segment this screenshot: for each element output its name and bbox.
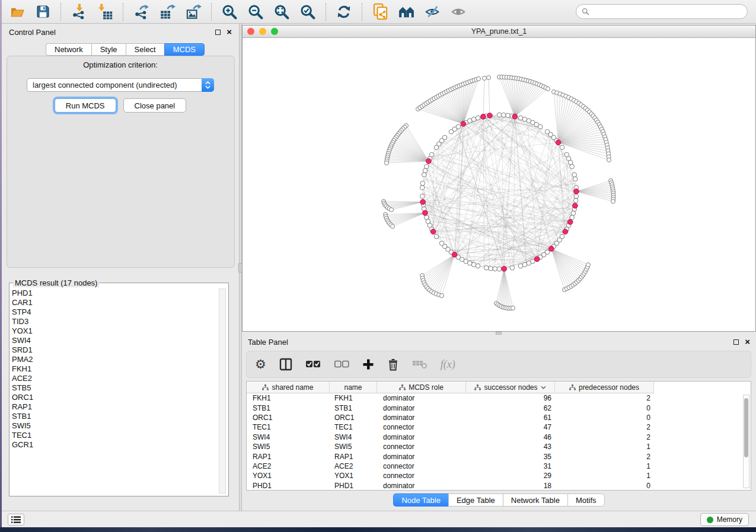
mcds-result-item[interactable]: YOX1: [12, 326, 215, 336]
table-toolbar: ⚙: [246, 351, 751, 378]
table-row[interactable]: SWI4SWI4dominator462: [247, 432, 751, 442]
mcds-result-item[interactable]: PHD1: [12, 289, 215, 298]
mcds-result-list[interactable]: PHD1CAR1STP4TID3YOX1SWI4SRD1PMA2FKH1ACE2…: [12, 289, 215, 493]
close-panel-icon[interactable]: ×: [227, 29, 232, 35]
table-cell: SWI5: [247, 443, 330, 451]
open-file-button[interactable]: [7, 3, 27, 21]
table-cell: 2: [555, 394, 654, 402]
mcds-result-item[interactable]: STB5: [12, 383, 215, 393]
refresh-button[interactable]: [334, 3, 354, 21]
float-panel-icon[interactable]: [215, 30, 221, 35]
table-settings-button[interactable]: ⚙: [255, 355, 266, 374]
table-cell: 1: [555, 443, 654, 451]
mcds-result-item[interactable]: GCR1: [12, 440, 215, 450]
node-table[interactable]: shared namenameMCDS rolesuccessor nodesp…: [246, 381, 751, 491]
mcds-result-item[interactable]: STP4: [12, 307, 215, 317]
mcds-result-item[interactable]: SRD1: [12, 345, 215, 355]
hide-selected-button[interactable]: [422, 3, 442, 21]
new-network-from-selection-button[interactable]: [370, 3, 390, 21]
table-cell: FKH1: [330, 394, 377, 402]
apply-function-button[interactable]: f(x): [441, 355, 455, 374]
mcds-result-item[interactable]: SWI5: [12, 421, 215, 431]
import-network-button[interactable]: [69, 3, 89, 21]
select-all-button[interactable]: [305, 355, 321, 374]
table-row[interactable]: YOX1YOX1connector291: [247, 471, 751, 480]
mcds-result-item[interactable]: STB1: [12, 412, 215, 421]
memory-button[interactable]: Memory: [700, 513, 749, 526]
column-header-MCDS-role[interactable]: MCDS role: [377, 382, 466, 393]
mcds-result-scrollbar[interactable]: [219, 289, 226, 493]
mcds-result-item[interactable]: TID3: [12, 317, 215, 326]
table-row[interactable]: TEC1TEC1connector472: [247, 422, 751, 432]
tab-network-table[interactable]: Network Table: [503, 493, 567, 507]
mcds-result-item[interactable]: ORC1: [12, 393, 215, 402]
list-icon: [11, 516, 21, 524]
sort-desc-icon: [541, 386, 546, 389]
table-row[interactable]: FKH1FKH1dominator962: [247, 393, 751, 403]
mcds-result-item[interactable]: TEC1: [12, 431, 215, 440]
column-header-shared-name[interactable]: shared name: [247, 382, 330, 393]
close-table-panel-icon[interactable]: ×: [745, 339, 750, 345]
table-row[interactable]: SWI5SWI5connector431: [247, 442, 751, 451]
table-scrollbar-thumb[interactable]: [744, 398, 748, 457]
show-all-button[interactable]: [448, 3, 468, 21]
close-window-icon[interactable]: [247, 28, 254, 35]
run-mcds-button[interactable]: Run MCDS: [55, 98, 116, 113]
column-header-predecessor-nodes[interactable]: predecessor nodes: [555, 382, 654, 393]
tab-select[interactable]: Select: [126, 43, 164, 56]
zoom-out-button[interactable]: [245, 3, 266, 21]
save-session-button[interactable]: [33, 3, 53, 21]
search-icon: [582, 8, 589, 15]
mcds-result-item[interactable]: RAP1: [12, 402, 215, 412]
column-header-name[interactable]: name: [330, 382, 377, 393]
network-window-titlebar[interactable]: YPA_prune.txt_1: [243, 25, 755, 38]
table-row[interactable]: STB1STB1dominator620: [247, 403, 751, 412]
zoom-in-button[interactable]: [219, 3, 240, 21]
table-row[interactable]: PHD1PHD1dominator180: [247, 481, 751, 491]
toolbar-separator: [326, 3, 326, 21]
mcds-result-item[interactable]: CAR1: [12, 298, 215, 307]
table-row[interactable]: RAP1RAP1dominator352: [247, 451, 751, 461]
export-table-button[interactable]: [157, 3, 177, 21]
close-panel-button[interactable]: Close panel: [123, 98, 187, 113]
show-columns-button[interactable]: [279, 355, 292, 374]
optimization-criterion-select[interactable]: largest connected component (undirected): [27, 78, 214, 92]
minimize-window-icon[interactable]: [259, 28, 266, 35]
toolbar-separator: [123, 3, 123, 21]
search-field[interactable]: [576, 4, 748, 19]
maximize-window-icon[interactable]: [271, 28, 278, 35]
show-log-button[interactable]: [8, 514, 24, 525]
float-table-panel-icon[interactable]: [733, 339, 739, 345]
tab-network[interactable]: Network: [46, 43, 91, 56]
table-scrollbar[interactable]: [743, 395, 749, 488]
network-canvas[interactable]: [243, 38, 755, 331]
table-cell: dominator: [377, 394, 466, 402]
zoom-selected-button[interactable]: [298, 3, 318, 21]
deselect-all-button[interactable]: [334, 355, 349, 374]
table-cell: TEC1: [330, 423, 377, 431]
tab-style[interactable]: Style: [91, 43, 126, 56]
mcds-result-item[interactable]: ACE2: [12, 374, 215, 383]
delete-table-button[interactable]: [412, 355, 428, 374]
column-header-successor-nodes[interactable]: successor nodes: [466, 382, 555, 393]
trash-icon: [387, 358, 399, 371]
table-row[interactable]: ORC1ORC1dominator610: [247, 413, 751, 422]
table-row[interactable]: ACE2ACE2connector311: [247, 462, 751, 471]
tab-mcds[interactable]: MCDS: [164, 43, 205, 56]
zoom-fit-button[interactable]: [272, 3, 292, 21]
tab-motifs[interactable]: Motifs: [567, 493, 605, 507]
search-input[interactable]: [592, 8, 742, 16]
delete-column-button[interactable]: [387, 355, 399, 374]
first-neighbors-button[interactable]: [396, 3, 416, 21]
tab-node-table[interactable]: Node Table: [393, 493, 448, 507]
export-image-button[interactable]: [183, 3, 203, 21]
mcds-result-item[interactable]: SWI4: [12, 336, 215, 345]
table-cell: 29: [466, 472, 555, 480]
mcds-result-item[interactable]: PMA2: [12, 355, 215, 364]
create-column-button[interactable]: [362, 355, 374, 374]
mcds-result-item[interactable]: FKH1: [12, 364, 215, 374]
tab-edge-table[interactable]: Edge Table: [448, 493, 503, 507]
import-table-button[interactable]: [95, 3, 115, 21]
table-cell: TEC1: [247, 423, 330, 431]
export-network-button[interactable]: [131, 3, 151, 21]
